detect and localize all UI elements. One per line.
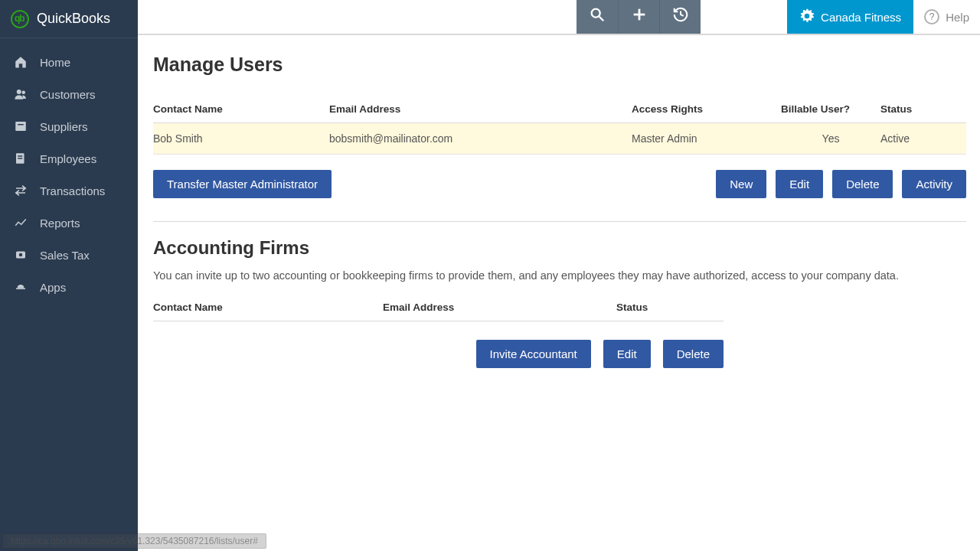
customers-icon: [12, 87, 29, 101]
main-area: Canada Fitness ? Help Manage Users Conta…: [138, 0, 980, 551]
help-label: Help: [946, 11, 969, 24]
cell-access: Master Admin: [632, 123, 781, 155]
svg-rect-3: [18, 124, 24, 126]
table-row[interactable]: Bob Smith bobsmith@mailinator.com Master…: [153, 123, 966, 155]
invite-accountant-button[interactable]: Invite Accountant: [476, 340, 591, 368]
svg-point-8: [19, 253, 23, 257]
history-icon: [672, 6, 689, 28]
company-name-label: Canada Fitness: [821, 11, 901, 24]
sidebar-item-transactions[interactable]: Transactions: [0, 174, 138, 207]
transfer-master-admin-button[interactable]: Transfer Master Administrator: [153, 170, 332, 198]
sidebar-item-reports[interactable]: Reports: [0, 207, 138, 239]
search-button[interactable]: [577, 0, 618, 34]
sidebar-item-customers[interactable]: Customers: [0, 78, 138, 110]
recent-button[interactable]: [659, 0, 701, 34]
create-button[interactable]: [618, 0, 659, 34]
firms-col-status: Status: [616, 295, 724, 321]
cell-contact-name: Bob Smith: [153, 123, 329, 155]
plus-icon: [631, 6, 648, 28]
employees-icon: [12, 152, 29, 165]
svg-point-0: [17, 90, 21, 94]
firms-heading: Accounting Firms: [153, 237, 966, 259]
firms-action-row: Invite Accountant Edit Delete: [153, 340, 724, 368]
sidebar-item-label: Sales Tax: [40, 249, 90, 262]
home-icon: [12, 55, 29, 69]
sidebar-item-label: Transactions: [40, 184, 105, 197]
help-button[interactable]: ? Help: [913, 0, 980, 34]
firms-col-contact-name: Contact Name: [153, 295, 383, 321]
firms-description: You can invite up to two accounting or b…: [153, 269, 966, 282]
col-contact-name: Contact Name: [153, 97, 329, 123]
help-icon: ?: [924, 9, 939, 24]
firms-table: Contact Name Email Address Status: [153, 295, 724, 321]
topbar-tools: [577, 0, 701, 34]
col-email: Email Address: [329, 97, 632, 123]
delete-firm-button[interactable]: Delete: [663, 340, 724, 368]
app-logo: QuickBooks: [0, 0, 138, 38]
sidebar-item-label: Home: [40, 56, 70, 69]
sidebar-nav: Home Customers Suppliers Employees Trans…: [0, 38, 138, 303]
page-title: Manage Users: [153, 54, 966, 76]
col-status: Status: [880, 97, 966, 123]
edit-firm-button[interactable]: Edit: [603, 340, 651, 368]
sidebar-item-apps[interactable]: Apps: [0, 271, 138, 303]
sales-tax-icon: [12, 248, 29, 262]
cell-status: Active: [880, 123, 966, 155]
topbar-right: Canada Fitness ? Help: [787, 0, 980, 34]
topbar: Canada Fitness ? Help: [138, 0, 980, 35]
firms-header-row: Contact Name Email Address Status: [153, 295, 724, 321]
svg-rect-6: [18, 158, 22, 159]
user-action-row: Transfer Master Administrator New Edit D…: [153, 170, 966, 198]
company-settings-button[interactable]: Canada Fitness: [787, 0, 913, 34]
page-content: Manage Users Contact Name Email Address …: [138, 35, 980, 368]
col-billable: Billable User?: [781, 97, 880, 123]
search-icon: [589, 6, 606, 28]
svg-line-10: [599, 17, 604, 21]
activity-button[interactable]: Activity: [902, 170, 966, 198]
reports-icon: [12, 216, 29, 230]
sidebar-item-label: Reports: [40, 217, 80, 230]
transactions-icon: [12, 184, 29, 197]
svg-point-9: [592, 9, 600, 18]
new-user-button[interactable]: New: [716, 170, 766, 198]
cell-email: bobsmith@mailinator.com: [329, 123, 632, 155]
apps-icon: [12, 280, 29, 294]
users-table: Contact Name Email Address Access Rights…: [153, 97, 966, 155]
svg-point-1: [22, 91, 26, 95]
sidebar-item-label: Customers: [40, 88, 96, 101]
suppliers-icon: [12, 119, 29, 133]
gear-icon: [799, 8, 815, 26]
sidebar: QuickBooks Home Customers Suppliers Empl…: [0, 0, 138, 551]
firms-col-email: Email Address: [383, 295, 616, 321]
col-access-rights: Access Rights: [632, 97, 781, 123]
svg-rect-5: [18, 155, 22, 157]
quickbooks-logo-icon: [11, 10, 29, 28]
svg-rect-2: [15, 122, 26, 131]
edit-user-button[interactable]: Edit: [776, 170, 823, 198]
sidebar-item-label: Apps: [40, 281, 66, 294]
delete-user-button[interactable]: Delete: [832, 170, 893, 198]
sidebar-item-label: Employees: [40, 152, 96, 165]
section-divider: [153, 221, 966, 222]
sidebar-item-employees[interactable]: Employees: [0, 142, 138, 174]
sidebar-item-sales-tax[interactable]: Sales Tax: [0, 239, 138, 271]
app-name: QuickBooks: [37, 11, 110, 27]
sidebar-item-label: Suppliers: [40, 120, 88, 133]
cell-billable: Yes: [781, 123, 880, 155]
sidebar-item-home[interactable]: Home: [0, 46, 138, 78]
users-header-row: Contact Name Email Address Access Rights…: [153, 97, 966, 123]
sidebar-item-suppliers[interactable]: Suppliers: [0, 110, 138, 142]
browser-status-bar: https://ca.qbo.intuit.com/c35/v61.323/54…: [2, 533, 266, 549]
